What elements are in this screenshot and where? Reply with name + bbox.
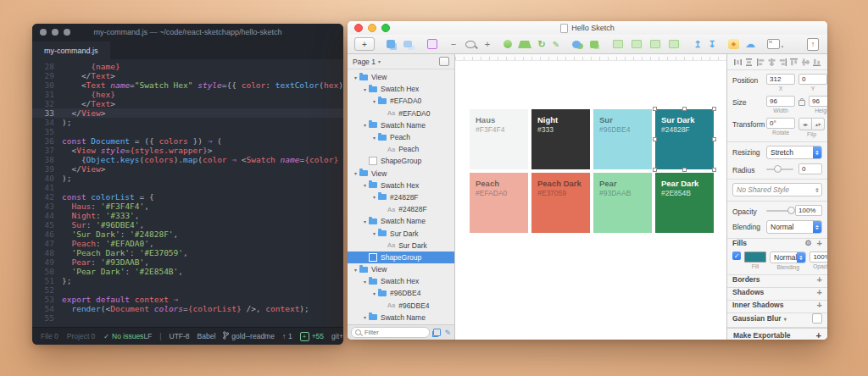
swatch-peach[interactable]: Peach#EFADA0 xyxy=(470,173,528,233)
bring-forward-icon[interactable]: ↥ xyxy=(693,38,702,51)
line-number[interactable]: 30 xyxy=(32,80,62,90)
share-button[interactable]: ↑ xyxy=(807,38,819,51)
code-area[interactable]: 28 {name}29 </Text>30 <Text name="Swatch… xyxy=(32,59,343,327)
mask-tool-icon[interactable] xyxy=(572,41,581,48)
align-left-icon[interactable] xyxy=(756,58,765,67)
code-line[interactable]: 48 'Peach Dark': '#E37059', xyxy=(32,248,343,257)
disclosure-triangle-icon[interactable]: ▾ xyxy=(361,182,369,188)
union-icon[interactable] xyxy=(613,40,623,48)
radius-slider-knob[interactable] xyxy=(774,165,782,173)
layer-row-folder[interactable]: ▾Swatch Hex xyxy=(348,83,454,95)
diff-added[interactable]: ++55 xyxy=(300,332,324,341)
make-exportable-bar[interactable]: Make Exportable + xyxy=(727,328,827,340)
duplicate-pages-icon[interactable] xyxy=(433,329,441,336)
selection-handle[interactable] xyxy=(653,168,657,172)
code-line[interactable]: 36const Document = ({ colors }) ⇒ ( xyxy=(32,136,343,146)
disclosure-triangle-icon[interactable]: ▾ xyxy=(361,279,369,285)
layer-row-shape[interactable]: ShapeGroup xyxy=(348,155,454,167)
flip-vertical-button[interactable]: ▴▾ xyxy=(812,118,825,130)
layer-row-text[interactable]: Aa#24828F xyxy=(348,203,454,215)
minimize-button[interactable] xyxy=(52,29,58,36)
fill-checkbox[interactable]: ✓ xyxy=(732,252,741,260)
radius-input[interactable] xyxy=(798,163,822,174)
selection-handle[interactable] xyxy=(682,107,687,111)
line-number[interactable]: 28 xyxy=(32,62,62,71)
symbol-icon[interactable] xyxy=(427,39,437,49)
swatch-sur-dark[interactable]: Sur Dark#24828F xyxy=(655,109,714,169)
position-y-input[interactable] xyxy=(798,74,827,85)
selection-handle[interactable] xyxy=(653,107,657,111)
filter-field[interactable] xyxy=(351,327,430,338)
fill-opacity-input[interactable] xyxy=(810,252,827,263)
fill-color-swatch[interactable] xyxy=(744,252,766,263)
layer-row-text[interactable]: AaSur Dark xyxy=(348,240,454,252)
line-number[interactable]: 54 xyxy=(32,304,62,313)
disclosure-triangle-icon[interactable]: ▾ xyxy=(352,267,359,273)
align-top-icon[interactable] xyxy=(789,58,798,67)
align-bottom-icon[interactable] xyxy=(812,58,821,67)
line-number[interactable]: 49 xyxy=(32,257,62,267)
layer-row-folder[interactable]: ▾#EFADA0 xyxy=(348,95,454,107)
line-number[interactable]: 41 xyxy=(32,183,62,192)
file-errors[interactable]: File 0 xyxy=(41,332,58,340)
disclosure-triangle-icon[interactable]: ▾ xyxy=(361,122,369,128)
code-line[interactable]: 40); xyxy=(32,174,343,183)
vector-tool-icon[interactable] xyxy=(518,41,531,48)
disclosure-triangle-icon[interactable]: ▾ xyxy=(352,75,359,80)
line-number[interactable]: 34 xyxy=(32,118,62,127)
difference-icon[interactable] xyxy=(669,40,679,48)
swatch-peach-dark[interactable]: Peach Dark#E37059 xyxy=(531,173,590,233)
line-number[interactable]: 47 xyxy=(32,239,62,248)
page-grid-icon[interactable] xyxy=(439,57,449,66)
code-line[interactable]: 47 Peach: '#EFADA0', xyxy=(32,239,343,248)
cloud-icon[interactable]: ☁ xyxy=(745,38,755,51)
pencil-icon[interactable]: ✎ xyxy=(444,329,451,337)
selection-handle[interactable] xyxy=(712,107,716,111)
divider[interactable]: | xyxy=(159,332,161,340)
code-line[interactable]: 28 {name} xyxy=(32,62,343,71)
exportable-icon[interactable]: ◆ xyxy=(728,39,739,49)
layer-row-folder[interactable]: ▾Peach xyxy=(348,131,454,143)
add-shadow-button[interactable]: + xyxy=(817,289,822,296)
line-number[interactable]: 31 xyxy=(32,90,62,99)
align-center-horizontal-icon[interactable] xyxy=(767,58,776,67)
layer-row-folder[interactable]: ▾Swatch Name xyxy=(348,119,454,131)
swatch-haus[interactable]: Haus#F3F4F4 xyxy=(470,109,528,169)
code-line[interactable]: 55 xyxy=(32,313,343,323)
filter-input[interactable] xyxy=(363,328,426,337)
layer-row-folder[interactable]: ▾Swatch Name xyxy=(348,215,454,227)
zoom-out-button[interactable]: − xyxy=(449,38,458,51)
chevron-down-icon[interactable]: ▾ xyxy=(784,316,787,322)
code-line[interactable]: 53export default context ⇒ xyxy=(32,295,343,304)
minimize-button[interactable] xyxy=(368,24,376,32)
layer-row-folder[interactable]: ▾#24828F xyxy=(348,191,454,203)
code-line[interactable]: 44 Night: '#333', xyxy=(32,211,343,220)
send-backward-icon[interactable]: ↧ xyxy=(708,38,716,51)
layer-row-folder[interactable]: ▾View xyxy=(348,71,454,83)
line-number[interactable]: 40 xyxy=(32,174,62,183)
close-button[interactable] xyxy=(40,29,47,36)
layer-row-folder[interactable]: ▾View xyxy=(348,263,454,275)
sketch-titlebar[interactable]: Hello Sketch xyxy=(348,21,827,35)
code-line[interactable]: 38 {Object.keys(colors).map(color ⇒ <Swa… xyxy=(32,155,343,164)
layer-row-shape[interactable]: ShapeGroup xyxy=(348,252,454,263)
distribute-horizontal-icon[interactable] xyxy=(733,58,743,67)
line-number[interactable]: 38 xyxy=(32,155,62,164)
width-input[interactable] xyxy=(766,96,795,107)
line-number[interactable]: 45 xyxy=(32,220,62,229)
add-inner-shadow-button[interactable]: + xyxy=(817,301,822,309)
disclosure-triangle-icon[interactable]: ▾ xyxy=(370,230,378,236)
line-number[interactable]: 53 xyxy=(32,295,62,304)
project-errors[interactable]: Project 0 xyxy=(67,332,96,340)
code-line[interactable]: 49 Pear: '#93DAAB', xyxy=(32,257,343,267)
opacity-slider-knob[interactable] xyxy=(787,207,795,214)
layer-row-folder[interactable]: ▾Sur Dark xyxy=(348,227,454,239)
lint-status[interactable]: ✓No issues xyxy=(103,332,143,340)
git-plus[interactable]: git+ xyxy=(331,332,343,340)
layer-row-folder[interactable]: ▾Swatch Hex xyxy=(348,275,454,287)
git-branch[interactable]: gold--readme xyxy=(223,331,275,341)
page-selector[interactable]: Page 1 xyxy=(353,58,376,66)
height-input[interactable] xyxy=(809,96,827,107)
layer-row-folder[interactable]: ▾#96DBE4 xyxy=(348,287,454,299)
layer-row-folder[interactable]: ▾View xyxy=(348,168,454,180)
